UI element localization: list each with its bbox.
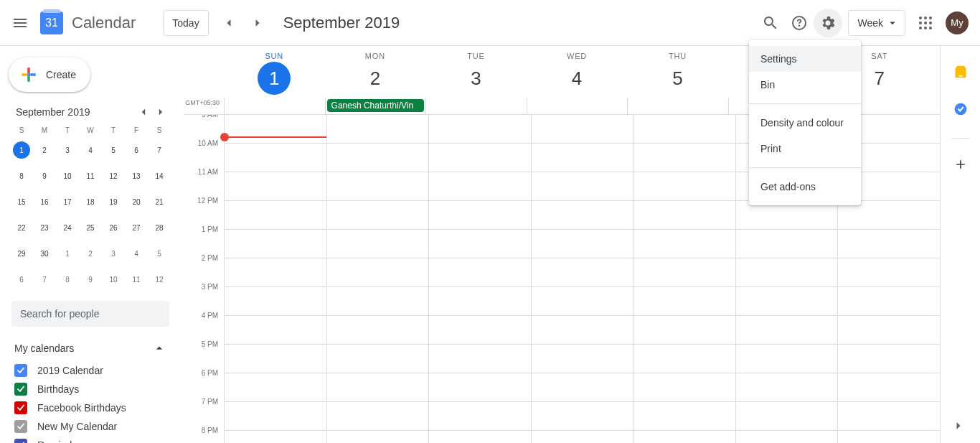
mini-day-cell[interactable]: 1 (10, 137, 33, 163)
help-button[interactable] (785, 9, 814, 37)
apps-button[interactable] (911, 9, 940, 37)
mini-day-cell[interactable]: 16 (33, 189, 56, 215)
my-calendars-header[interactable]: My calendars (6, 335, 175, 361)
allday-cell[interactable] (527, 98, 628, 114)
mini-day-cell[interactable]: 20 (125, 189, 148, 215)
mini-day-cell[interactable]: 9 (79, 266, 102, 292)
day-column[interactable] (224, 115, 326, 443)
calendar-checkbox[interactable] (14, 420, 27, 433)
settings-button[interactable] (814, 9, 842, 37)
search-people-input[interactable]: Search for people (11, 301, 169, 327)
mini-day-cell[interactable]: 28 (148, 215, 171, 241)
mini-day-cell[interactable]: 12 (148, 266, 171, 292)
mini-day-cell[interactable]: 27 (125, 215, 148, 241)
mini-day-cell[interactable]: 2 (33, 137, 56, 163)
mini-day-cell[interactable]: 10 (56, 163, 79, 189)
mini-day-cell[interactable]: 18 (79, 189, 102, 215)
svg-point-9 (929, 27, 932, 29)
calendar-item[interactable]: Birthdays (6, 380, 175, 398)
allday-cell[interactable] (627, 98, 728, 114)
mini-day-cell[interactable]: 5 (102, 137, 125, 163)
prev-period-button[interactable] (215, 9, 243, 37)
mini-day-cell[interactable]: 22 (10, 215, 33, 241)
day-column[interactable] (633, 115, 735, 443)
allday-cell[interactable]: Ganesh Chaturthi/Vin (325, 98, 426, 114)
menu-item-settings[interactable]: Settings (749, 46, 861, 72)
search-button[interactable] (756, 9, 785, 37)
day-header[interactable]: WED4 (527, 46, 628, 98)
allday-cell[interactable] (224, 98, 325, 114)
settings-menu: SettingsBin Density and colourPrint Get … (749, 40, 861, 205)
menu-item-get-add-ons[interactable]: Get add-ons (749, 174, 861, 200)
calendar-checkbox[interactable] (14, 383, 27, 396)
calendar-checkbox[interactable] (14, 401, 27, 414)
menu-item-bin[interactable]: Bin (749, 72, 861, 98)
menu-item-density-and-colour[interactable]: Density and colour (749, 110, 861, 136)
mini-day-cell[interactable]: 26 (102, 215, 125, 241)
mini-day-cell[interactable]: 14 (148, 163, 171, 189)
mini-day-cell[interactable]: 1 (56, 241, 79, 266)
allday-event[interactable]: Ganesh Chaturthi/Vin (327, 99, 425, 112)
calendar-item[interactable]: 2019 Calendar (6, 361, 175, 380)
mini-day-cell[interactable]: 17 (56, 189, 79, 215)
menu-item-print[interactable]: Print (749, 136, 861, 162)
day-column[interactable] (531, 115, 633, 443)
mini-day-cell[interactable]: 11 (125, 266, 148, 292)
mini-day-cell[interactable]: 15 (10, 189, 33, 215)
mini-day-cell[interactable]: 2 (79, 241, 102, 266)
hour-label: 10 AM (184, 139, 224, 168)
mini-day-cell[interactable]: 11 (79, 163, 102, 189)
calendar-item[interactable]: Reminders (6, 436, 175, 443)
mini-day-cell[interactable]: 30 (33, 241, 56, 266)
mini-day-cell[interactable]: 12 (102, 163, 125, 189)
mini-next-button[interactable] (152, 103, 169, 121)
add-addon-button[interactable] (946, 150, 975, 179)
mini-day-cell[interactable]: 4 (79, 137, 102, 163)
mini-day-cell[interactable]: 6 (10, 266, 33, 292)
create-button[interactable]: Create (9, 57, 90, 92)
calendar-checkbox[interactable] (14, 439, 27, 443)
mini-day-cell[interactable]: 23 (33, 215, 56, 241)
calendar-checkbox[interactable] (14, 364, 27, 377)
day-column[interactable] (428, 115, 531, 443)
mini-day-cell[interactable]: 8 (56, 266, 79, 292)
calendar-logo-icon: 31 (37, 9, 66, 37)
allday-cell[interactable] (425, 98, 527, 114)
tasks-addon-button[interactable] (946, 95, 975, 123)
day-header[interactable]: TUE3 (425, 46, 527, 98)
mini-day-cell[interactable]: 4 (125, 241, 148, 266)
mini-day-cell[interactable]: 25 (79, 215, 102, 241)
mini-day-cell[interactable]: 24 (56, 215, 79, 241)
side-panel (940, 46, 980, 443)
mini-day-cell[interactable]: 7 (148, 137, 171, 163)
mini-day-cell[interactable]: 21 (148, 189, 171, 215)
mini-day-cell[interactable]: 10 (102, 266, 125, 292)
mini-day-cell[interactable]: 5 (148, 241, 171, 266)
mini-day-cell[interactable]: 19 (102, 189, 125, 215)
calendar-item[interactable]: Facebook Birthdays (6, 398, 175, 417)
day-header[interactable]: THU5 (627, 46, 728, 98)
day-header[interactable]: SUN1 (224, 46, 325, 98)
collapse-panel-button[interactable] (947, 414, 970, 437)
day-column[interactable] (326, 115, 429, 443)
next-period-button[interactable] (243, 9, 272, 37)
mini-day-cell[interactable]: 7 (33, 266, 56, 292)
mini-day-cell[interactable]: 3 (56, 137, 79, 163)
day-header[interactable]: MON2 (325, 46, 426, 98)
svg-point-6 (929, 22, 932, 24)
mini-day-cell[interactable]: 29 (10, 241, 33, 266)
calendar-item[interactable]: New My Calendar (6, 417, 175, 436)
mini-prev-button[interactable] (135, 103, 152, 121)
mini-day-cell[interactable]: 13 (125, 163, 148, 189)
view-switcher[interactable]: Week (848, 10, 905, 36)
mini-day-cell[interactable]: 6 (125, 137, 148, 163)
main-menu-button[interactable] (6, 9, 34, 37)
keep-addon-button[interactable] (946, 57, 975, 86)
account-avatar[interactable]: My (946, 11, 969, 34)
mini-day-cell[interactable]: 8 (10, 163, 33, 189)
hour-label: 3 PM (184, 283, 224, 312)
today-button[interactable]: Today (163, 10, 208, 36)
mini-day-cell[interactable]: 9 (33, 163, 56, 189)
svg-point-2 (924, 17, 927, 19)
mini-day-cell[interactable]: 3 (102, 241, 125, 266)
